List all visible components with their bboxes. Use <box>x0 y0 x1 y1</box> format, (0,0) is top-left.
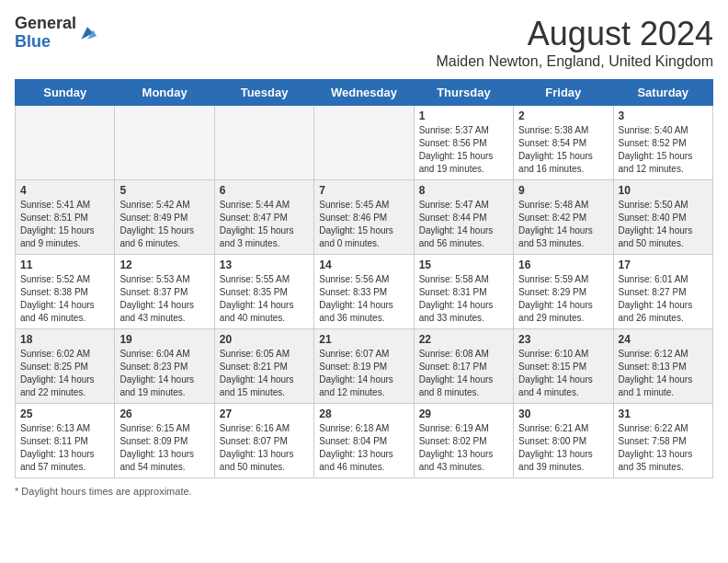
cal-cell-15: 15Sunrise: 5:58 AMSunset: 8:31 PMDayligh… <box>414 255 513 329</box>
cal-cell-4: 4Sunrise: 5:41 AMSunset: 8:51 PMDaylight… <box>16 180 115 255</box>
date-number: 2 <box>518 109 608 122</box>
date-number: 21 <box>319 333 408 346</box>
cal-cell-empty-0 <box>16 106 115 180</box>
cell-daylight-text: Sunrise: 5:38 AMSunset: 8:54 PMDaylight:… <box>518 124 608 176</box>
daylight-note: Daylight hours <box>21 486 85 497</box>
cell-daylight-text: Sunrise: 6:10 AMSunset: 8:15 PMDaylight:… <box>518 348 608 399</box>
date-number: 19 <box>119 333 209 346</box>
cell-daylight-text: Sunrise: 5:59 AMSunset: 8:29 PMDaylight:… <box>518 273 608 325</box>
cell-daylight-text: Sunrise: 6:19 AMSunset: 8:02 PMDaylight:… <box>419 422 508 474</box>
cell-daylight-text: Sunrise: 6:18 AMSunset: 8:04 PMDaylight:… <box>319 422 408 474</box>
date-number: 18 <box>20 333 109 346</box>
cal-cell-6: 6Sunrise: 5:44 AMSunset: 8:47 PMDaylight… <box>214 180 313 255</box>
calendar-body: 1Sunrise: 5:37 AMSunset: 8:56 PMDaylight… <box>16 106 713 478</box>
cal-cell-13: 13Sunrise: 5:55 AMSunset: 8:35 PMDayligh… <box>214 255 313 329</box>
cal-cell-8: 8Sunrise: 5:47 AMSunset: 8:44 PMDaylight… <box>414 180 513 255</box>
day-header-friday: Friday <box>514 80 613 106</box>
date-number: 11 <box>20 259 109 271</box>
day-header-sunday: Sunday <box>16 80 115 106</box>
cell-daylight-text: Sunrise: 6:21 AMSunset: 8:00 PMDaylight:… <box>518 422 608 474</box>
page-header: General Blue August 2024 Maiden Newton, … <box>15 15 713 70</box>
calendar-title: August 2024 <box>436 15 713 53</box>
logo: General Blue <box>15 15 97 52</box>
date-number: 26 <box>119 408 209 420</box>
day-header-row: SundayMondayTuesdayWednesdayThursdayFrid… <box>16 80 713 106</box>
date-number: 23 <box>518 333 608 346</box>
logo-icon <box>78 24 97 42</box>
cal-cell-3: 3Sunrise: 5:40 AMSunset: 8:52 PMDaylight… <box>613 106 712 180</box>
cell-daylight-text: Sunrise: 5:52 AMSunset: 8:38 PMDaylight:… <box>20 273 109 325</box>
day-header-wednesday: Wednesday <box>314 80 414 106</box>
cal-cell-21: 21Sunrise: 6:07 AMSunset: 8:19 PMDayligh… <box>314 329 414 404</box>
cal-cell-2: 2Sunrise: 5:38 AMSunset: 8:54 PMDaylight… <box>514 106 613 180</box>
cal-cell-20: 20Sunrise: 6:05 AMSunset: 8:21 PMDayligh… <box>214 329 313 404</box>
cell-daylight-text: Sunrise: 6:15 AMSunset: 8:09 PMDaylight:… <box>119 422 209 474</box>
cell-daylight-text: Sunrise: 5:45 AMSunset: 8:46 PMDaylight:… <box>319 199 408 250</box>
date-number: 29 <box>419 408 508 420</box>
cell-daylight-text: Sunrise: 5:37 AMSunset: 8:56 PMDaylight:… <box>419 124 508 176</box>
cal-cell-17: 17Sunrise: 6:01 AMSunset: 8:27 PMDayligh… <box>613 255 712 329</box>
date-number: 4 <box>20 184 109 197</box>
cal-cell-25: 25Sunrise: 6:13 AMSunset: 8:11 PMDayligh… <box>16 404 115 478</box>
cal-cell-22: 22Sunrise: 6:08 AMSunset: 8:17 PMDayligh… <box>414 329 513 404</box>
cell-daylight-text: Sunrise: 5:41 AMSunset: 8:51 PMDaylight:… <box>20 199 109 250</box>
week-row-1: 1Sunrise: 5:37 AMSunset: 8:56 PMDaylight… <box>16 106 713 180</box>
cal-cell-7: 7Sunrise: 5:45 AMSunset: 8:46 PMDaylight… <box>314 180 414 255</box>
cal-cell-12: 12Sunrise: 5:53 AMSunset: 8:37 PMDayligh… <box>115 255 214 329</box>
cell-daylight-text: Sunrise: 6:05 AMSunset: 8:21 PMDaylight:… <box>220 348 309 399</box>
date-number: 1 <box>419 109 508 122</box>
date-number: 17 <box>619 259 708 271</box>
week-row-2: 4Sunrise: 5:41 AMSunset: 8:51 PMDaylight… <box>16 180 713 255</box>
cell-daylight-text: Sunrise: 6:16 AMSunset: 8:07 PMDaylight:… <box>220 422 309 474</box>
title-section: August 2024 Maiden Newton, England, Unit… <box>436 15 713 70</box>
cal-cell-29: 29Sunrise: 6:19 AMSunset: 8:02 PMDayligh… <box>414 404 513 478</box>
date-number: 27 <box>220 408 309 420</box>
cell-daylight-text: Sunrise: 5:42 AMSunset: 8:49 PMDaylight:… <box>119 199 209 250</box>
cal-cell-10: 10Sunrise: 5:50 AMSunset: 8:40 PMDayligh… <box>613 180 712 255</box>
cal-cell-11: 11Sunrise: 5:52 AMSunset: 8:38 PMDayligh… <box>16 255 115 329</box>
cal-cell-1: 1Sunrise: 5:37 AMSunset: 8:56 PMDaylight… <box>414 106 513 180</box>
date-number: 30 <box>518 408 608 420</box>
day-header-tuesday: Tuesday <box>214 80 313 106</box>
date-number: 8 <box>419 184 508 197</box>
date-number: 15 <box>419 259 508 271</box>
week-row-5: 25Sunrise: 6:13 AMSunset: 8:11 PMDayligh… <box>16 404 713 478</box>
cell-daylight-text: Sunrise: 6:01 AMSunset: 8:27 PMDaylight:… <box>619 273 708 325</box>
cal-cell-9: 9Sunrise: 5:48 AMSunset: 8:42 PMDaylight… <box>514 180 613 255</box>
cell-daylight-text: Sunrise: 5:58 AMSunset: 8:31 PMDaylight:… <box>419 273 508 325</box>
date-number: 7 <box>319 184 408 197</box>
cal-cell-14: 14Sunrise: 5:56 AMSunset: 8:33 PMDayligh… <box>314 255 414 329</box>
cell-daylight-text: Sunrise: 6:22 AMSunset: 7:58 PMDaylight:… <box>619 422 708 474</box>
cell-daylight-text: Sunrise: 5:50 AMSunset: 8:40 PMDaylight:… <box>619 199 708 250</box>
cal-cell-19: 19Sunrise: 6:04 AMSunset: 8:23 PMDayligh… <box>115 329 214 404</box>
date-number: 13 <box>220 259 309 271</box>
cal-cell-empty-1 <box>115 106 214 180</box>
cell-daylight-text: Sunrise: 6:12 AMSunset: 8:13 PMDaylight:… <box>619 348 708 399</box>
calendar-table: SundayMondayTuesdayWednesdayThursdayFrid… <box>15 79 713 478</box>
day-header-monday: Monday <box>115 80 214 106</box>
date-number: 6 <box>220 184 309 197</box>
date-number: 25 <box>20 408 109 420</box>
cell-daylight-text: Sunrise: 5:40 AMSunset: 8:52 PMDaylight:… <box>619 124 708 176</box>
cal-cell-16: 16Sunrise: 5:59 AMSunset: 8:29 PMDayligh… <box>514 255 613 329</box>
date-number: 14 <box>319 259 408 271</box>
cal-cell-26: 26Sunrise: 6:15 AMSunset: 8:09 PMDayligh… <box>115 404 214 478</box>
day-header-saturday: Saturday <box>613 80 712 106</box>
cell-daylight-text: Sunrise: 5:48 AMSunset: 8:42 PMDaylight:… <box>518 199 608 250</box>
date-number: 31 <box>619 408 708 420</box>
cell-daylight-text: Sunrise: 5:55 AMSunset: 8:35 PMDaylight:… <box>220 273 309 325</box>
date-number: 3 <box>619 109 708 122</box>
date-number: 9 <box>518 184 608 197</box>
date-number: 16 <box>518 259 608 271</box>
day-header-thursday: Thursday <box>414 80 513 106</box>
cell-daylight-text: Sunrise: 5:44 AMSunset: 8:47 PMDaylight:… <box>220 199 309 250</box>
date-number: 20 <box>220 333 309 346</box>
cell-daylight-text: Sunrise: 5:53 AMSunset: 8:37 PMDaylight:… <box>119 273 209 325</box>
cell-daylight-text: Sunrise: 6:02 AMSunset: 8:25 PMDaylight:… <box>20 348 109 399</box>
note-section: * Daylight hours times are approximate. <box>15 486 713 497</box>
week-row-3: 11Sunrise: 5:52 AMSunset: 8:38 PMDayligh… <box>16 255 713 329</box>
cal-cell-31: 31Sunrise: 6:22 AMSunset: 7:58 PMDayligh… <box>613 404 712 478</box>
week-row-4: 18Sunrise: 6:02 AMSunset: 8:25 PMDayligh… <box>16 329 713 404</box>
cell-daylight-text: Sunrise: 5:56 AMSunset: 8:33 PMDaylight:… <box>319 273 408 325</box>
date-number: 12 <box>119 259 209 271</box>
